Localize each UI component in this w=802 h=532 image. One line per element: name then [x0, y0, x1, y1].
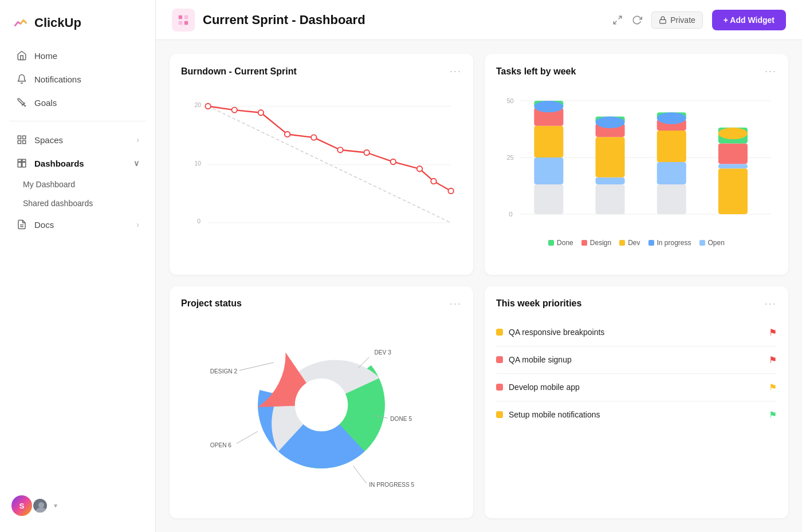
svg-rect-62	[657, 112, 686, 124]
priority-flag-2: ⚑	[769, 382, 777, 393]
sidebar-item-notifications-label: Notifications	[34, 74, 81, 84]
svg-text:0: 0	[197, 218, 200, 224]
legend-design: Design	[581, 239, 611, 247]
svg-rect-47	[534, 126, 563, 157]
svg-line-78	[239, 362, 274, 371]
user-footer[interactable]: S ▾	[0, 488, 155, 523]
svg-rect-5	[18, 141, 21, 144]
sidebar-item-notifications[interactable]: Notifications	[5, 68, 151, 90]
sidebar-item-dashboards[interactable]: Dashboards ∨	[5, 152, 151, 175]
svg-rect-50	[534, 101, 563, 112]
sidebar-item-shared-dashboards[interactable]: Shared dashboards	[5, 194, 151, 212]
sidebar-item-home[interactable]: Home	[5, 44, 151, 67]
svg-text:DONE 5: DONE 5	[390, 415, 412, 421]
tasks-by-week-widget: Tasks left by week ··· 50 25 0	[485, 54, 788, 275]
my-dashboard-label: My Dashboard	[23, 180, 75, 189]
svg-text:DEV 3: DEV 3	[375, 349, 392, 356]
header: Current Sprint - Dashboard Private + Add…	[156, 0, 802, 40]
priority-text-3: Setup mobile notifications	[509, 410, 600, 419]
dashboard-grid: Burndown - Current Sprint ··· 20 10 0	[156, 40, 802, 532]
svg-point-30	[258, 110, 264, 115]
svg-point-29	[232, 107, 237, 112]
priority-dot-0	[496, 329, 503, 336]
svg-point-28	[205, 104, 210, 109]
project-status-menu-button[interactable]: ···	[450, 298, 462, 310]
sidebar-item-goals[interactable]: Goals	[5, 91, 151, 114]
nav: Home Notifications Goals Spaces ›	[0, 44, 155, 488]
priority-item-3: Setup mobile notifications ⚑	[496, 401, 777, 428]
svg-rect-20	[660, 19, 666, 23]
logo[interactable]: ClickUp	[0, 9, 155, 44]
legend-open-dot	[699, 240, 705, 246]
sidebar-item-spaces[interactable]: Spaces ›	[5, 128, 151, 151]
svg-rect-64	[718, 164, 748, 168]
svg-point-35	[391, 159, 396, 164]
svg-rect-8	[22, 159, 26, 161]
home-icon	[16, 50, 27, 61]
legend-done-dot	[548, 240, 554, 246]
svg-rect-7	[18, 159, 21, 161]
svg-point-32	[311, 135, 316, 140]
legend-inprogress-dot	[648, 240, 654, 246]
spaces-icon	[16, 134, 27, 145]
priority-flag-1: ⚑	[769, 354, 777, 365]
svg-line-70	[359, 357, 369, 368]
priorities-header: This week priorities ···	[496, 298, 777, 310]
pie-chart-container: DEV 3 DONE 5 IN PROGRESS 5 OPEN 6 DESIGN…	[181, 319, 462, 491]
priority-left-0: QA responsive breakpoints	[496, 328, 604, 337]
legend-design-dot	[581, 240, 587, 246]
legend-dev-label: Dev	[628, 239, 640, 247]
priority-item-0: QA responsive breakpoints ⚑	[496, 319, 777, 346]
trophy-icon	[16, 97, 27, 108]
expand-button[interactable]	[612, 15, 623, 25]
burndown-svg: 20 10 0	[181, 86, 462, 247]
svg-point-38	[448, 188, 453, 194]
tasks-menu-button[interactable]: ···	[765, 65, 777, 77]
svg-text:0: 0	[509, 211, 512, 218]
svg-point-68	[295, 378, 348, 431]
svg-rect-56	[596, 116, 625, 128]
svg-rect-16	[179, 21, 182, 24]
svg-rect-51	[596, 184, 625, 214]
chevron-right-icon: ›	[136, 135, 139, 144]
sidebar-item-docs[interactable]: Docs ›	[5, 213, 151, 236]
svg-rect-67	[718, 128, 748, 139]
dashboard-icon	[172, 9, 195, 31]
svg-rect-3	[18, 136, 21, 139]
pie-chart-svg: DEV 3 DONE 5 IN PROGRESS 5 OPEN 6 DESIGN…	[195, 299, 447, 511]
svg-point-36	[417, 166, 422, 171]
private-badge[interactable]: Private	[651, 11, 703, 29]
sidebar: ClickUp Home Notifications Goals	[0, 0, 156, 532]
main-content: Current Sprint - Dashboard Private + Add…	[156, 0, 802, 532]
sidebar-item-goals-label: Goals	[34, 98, 57, 108]
svg-line-2	[25, 105, 26, 107]
dashboards-icon	[16, 157, 27, 169]
refresh-button[interactable]	[632, 15, 642, 25]
priority-flag-3: ⚑	[769, 409, 777, 420]
svg-text:IN PROGRESS 5: IN PROGRESS 5	[369, 482, 414, 488]
priority-flag-0: ⚑	[769, 327, 777, 338]
burndown-menu-button[interactable]: ···	[450, 65, 462, 77]
sidebar-item-my-dashboard[interactable]: My Dashboard	[5, 175, 151, 194]
priority-text-0: QA responsive breakpoints	[509, 328, 604, 337]
svg-rect-4	[23, 136, 26, 139]
svg-line-76	[237, 431, 258, 443]
burndown-widget: Burndown - Current Sprint ··· 20 10 0	[170, 54, 473, 275]
priorities-menu-button[interactable]: ···	[765, 298, 777, 310]
add-widget-button[interactable]: + Add Widget	[712, 10, 786, 30]
svg-line-19	[614, 21, 616, 23]
svg-point-34	[364, 150, 369, 155]
svg-line-74	[353, 466, 367, 483]
burndown-widget-header: Burndown - Current Sprint ···	[181, 65, 462, 77]
priority-left-3: Setup mobile notifications	[496, 410, 600, 419]
legend-in-progress: In progress	[648, 239, 691, 247]
dashboards-label: Dashboards	[34, 159, 84, 168]
svg-rect-57	[657, 184, 686, 214]
svg-rect-14	[179, 15, 182, 18]
avatar: S	[11, 495, 32, 516]
svg-rect-15	[184, 15, 188, 18]
svg-point-13	[38, 502, 44, 508]
priorities-list: QA responsive breakpoints ⚑ QA mobile si…	[496, 319, 777, 428]
bar-chart-area: 50 25 0	[496, 86, 777, 233]
spaces-label: Spaces	[34, 135, 63, 145]
